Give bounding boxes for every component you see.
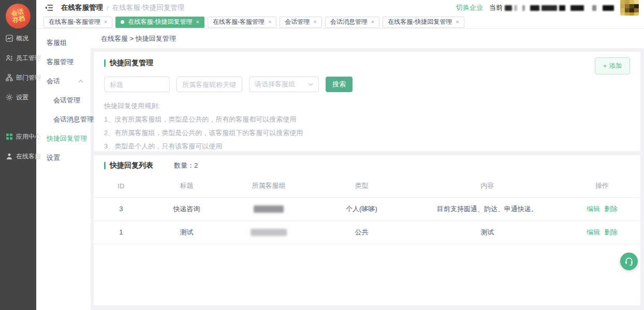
page-breadcrumb-text: 在线客服 > 快捷回复管理 [101,34,176,43]
cell-content: 目前支持圆通、韵达、申通快递。 [411,197,564,220]
cell-id: 1 [94,220,149,244]
delete-link[interactable]: 删除 [604,205,618,213]
sidebar-item-label: 员工管理 [16,54,41,63]
redacted-text [514,5,517,11]
col-header-content: 内容 [411,175,564,197]
sidebar-item-department[interactable]: 部门管理 [0,68,36,87]
sidebar-item-label: 部门管理 [16,73,41,82]
chevron-down-icon [308,83,313,86]
tab-quick-reply-mgmt-active[interactable]: 在线客服-快捷回复管理 × [115,17,204,28]
department-icon [6,74,13,81]
cell-id: 3 [94,197,149,220]
close-tab-icon[interactable]: × [196,19,199,25]
table-row: 3 快递咨询 个人(哆哆) 目前支持圆通、韵达、申通快递。 编辑删除 [94,197,640,220]
subnav-label: 设置 [47,153,60,163]
subnav-item-agent-mgmt[interactable]: 客服管理 [36,52,91,71]
nickname-filter-input[interactable] [177,77,242,92]
filter-row: 请选择客服组 搜索 [104,77,630,92]
cell-actions: 编辑删除 [564,220,640,244]
subnav-item-session-message-mgmt[interactable]: 会话消息管理 [36,110,91,129]
delete-link[interactable]: 删除 [604,228,618,236]
sidebar-item-overview[interactable]: 概况 [0,28,36,48]
tab-online-service-agent-mgmt-2[interactable]: 在线客服-客服管理 × [208,17,276,28]
tab-session-mgmt[interactable]: 会话管理 × [280,17,321,28]
sidebar-item-staff[interactable]: 员工管理 [0,48,36,68]
tab-online-service-agent-mgmt[interactable]: 在线客服-客服管理 × [43,17,112,28]
cell-type: 公共 [312,220,411,244]
sidebar-item-online-service[interactable]: 在线客服 [0,146,36,166]
subnav-item-quick-reply-mgmt[interactable]: 快捷回复管理 [36,129,91,148]
subnav-label: 会话消息管理 [53,115,94,124]
redacted-group-name [254,205,284,213]
subnav-label: 会话管理 [53,96,80,105]
customer-service-fab[interactable] [620,253,638,270]
tab-label: 会话管理 [285,18,310,26]
app-logo: 会话 存档 [4,2,33,31]
plus-icon: + [603,63,607,70]
subnav-label: 客服管理 [47,57,74,67]
add-button[interactable]: + 添加 [595,57,630,75]
sidebar-item-label: 在线客服 [16,152,41,161]
sidebar-item-app-center[interactable]: 应用中心 [0,127,36,146]
table-header-row: ID 标题 所属客服组 类型 内容 操作 [94,175,640,197]
cell-group [225,197,312,220]
breadcrumb-root[interactable]: 在线客服管理 [61,3,103,12]
tab-label: 在线客服-客服管理 [213,18,265,26]
tab-label: 在线客服-快捷回复管理 [128,18,192,26]
cell-content: 测试 [411,220,564,244]
top-header: 在线客服管理 / 在线客服-快捷回复管理 切换企业 当前 [36,0,644,16]
col-header-type: 类型 [312,175,411,197]
sidebar-item-label: 概况 [16,34,28,43]
group-select[interactable]: 请选择客服组 [249,77,319,92]
col-header-group: 所属客服组 [225,175,312,197]
active-tab-dot-icon [121,20,124,24]
tab-bar: 在线客服-客服管理 × 在线客服-快捷回复管理 × 在线客服-客服管理 × 会话… [36,16,644,29]
redacted-text [522,5,525,11]
col-header-action: 操作 [564,175,640,197]
switch-company-link[interactable]: 切换企业 [456,3,483,12]
close-tab-icon[interactable]: × [268,19,271,25]
quick-reply-table: ID 标题 所属客服组 类型 内容 操作 3 快递咨询 个人(哆哆) 目前支持圆… [94,175,640,244]
quick-reply-list-card: 快捷回复列表 数量：2 ID 标题 所属客服组 类型 内容 操作 [94,155,640,305]
headset-icon [624,256,634,267]
subnav-label: 客服组 [47,38,67,48]
subnav-item-session[interactable]: 会话 [36,71,91,91]
cell-actions: 编辑删除 [564,197,640,220]
tab-quick-reply-mgmt[interactable]: 在线客服-快捷回复管理 × [383,17,464,28]
rules-title: 快捷回复使用规则: [104,99,630,113]
edit-link[interactable]: 编辑 [587,228,600,236]
subnav-item-settings[interactable]: 设置 [36,148,91,167]
collapse-menu-icon[interactable] [44,4,53,12]
redacted-text [592,5,596,11]
title-accent-bar [104,60,106,67]
redacted-text [530,5,539,11]
sidebar-item-label: 应用中心 [16,132,41,141]
edit-link[interactable]: 编辑 [587,205,600,213]
title-filter-input[interactable] [104,77,170,92]
tab-label: 在线客服-快捷回复管理 [388,18,452,26]
sidebar-item-settings[interactable]: 设置 [0,87,36,107]
close-tab-icon[interactable]: × [313,19,316,25]
close-tab-icon[interactable]: × [456,19,459,25]
redacted-text [505,5,512,11]
tab-label: 在线客服-客服管理 [49,18,100,26]
list-card-title-text: 快捷回复列表 [110,161,153,170]
close-tab-icon[interactable]: × [371,19,374,25]
rule-item: 2、有所属客服组，类型是公共的，该客服组下的客服可以搜索使用 [104,126,630,140]
logo-line2: 存档 [12,15,25,24]
subnav-item-session-mgmt[interactable]: 会话管理 [36,91,91,110]
main-content: 在线客服 > 快捷回复管理 快捷回复管理 + 添加 请选择客服组 搜索 快捷回复… [91,29,644,310]
breadcrumb: 在线客服管理 / 在线客服-快捷回复管理 [61,3,184,12]
usage-rules: 快捷回复使用规则: 1、没有所属客服组，类型是公共的，所有的客服都可以搜索使用 … [104,99,630,153]
tab-session-message-mgmt[interactable]: 会话消息管理 × [325,17,379,28]
secondary-sidebar: 客服组 客服管理 会话 会话管理 会话消息管理 快捷回复管理 设置 [36,29,91,310]
close-tab-icon[interactable]: × [104,19,107,25]
breadcrumb-current: 在线客服-快捷回复管理 [112,3,185,12]
subnav-item-agent-group[interactable]: 客服组 [36,33,91,52]
count-badge: 数量：2 [174,161,198,170]
title-accent-bar [104,162,106,169]
avatar[interactable] [620,0,639,16]
cell-type: 个人(哆哆) [312,197,411,220]
primary-sidebar: 会话 存档 概况 员工管理 部门管理 设置 [0,0,36,310]
search-button[interactable]: 搜索 [326,77,353,92]
